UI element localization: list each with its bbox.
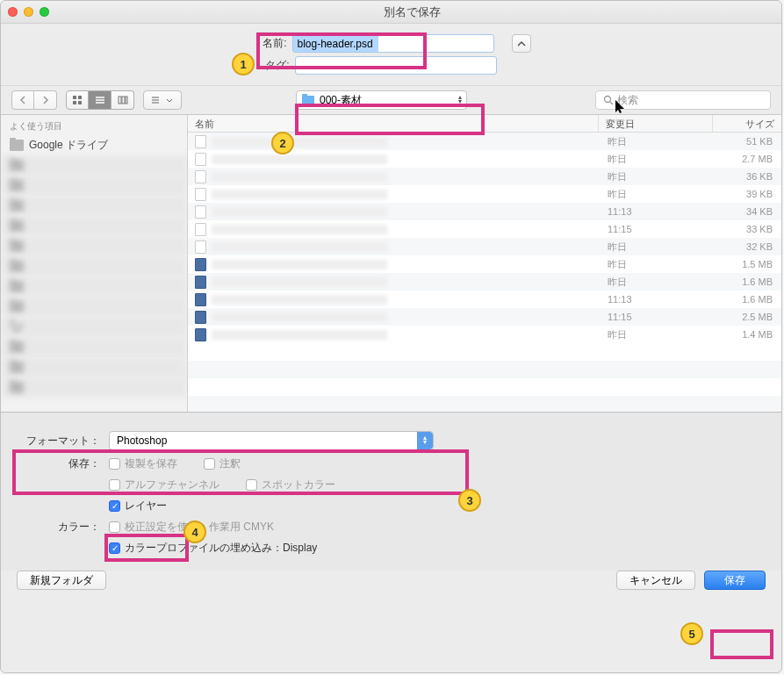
svg-rect-7 [119, 97, 121, 104]
sidebar: よく使う項目 Google ドライブ [1, 115, 188, 412]
svg-rect-9 [126, 97, 127, 104]
window-title: 別名で保存 [49, 4, 774, 20]
sidebar-item[interactable] [1, 236, 187, 256]
folder-icon [10, 180, 24, 191]
file-row[interactable]: 11:1334 KB [188, 203, 781, 220]
folder-icon [10, 301, 24, 312]
maximize-window-button[interactable] [40, 7, 49, 17]
name-input[interactable] [292, 34, 494, 53]
folder-icon [10, 341, 24, 353]
sidebar-item[interactable]: Google ドライブ [1, 135, 187, 155]
folder-icon [10, 160, 24, 171]
save-button[interactable]: 保存 [704, 571, 766, 590]
sidebar-item[interactable] [1, 196, 187, 216]
sidebar-item[interactable] [1, 357, 187, 377]
folder-icon [10, 321, 24, 334]
folder-icon [10, 382, 24, 393]
duplicate-checkbox[interactable]: 複製を保存 [109, 456, 177, 471]
sidebar-item[interactable] [1, 176, 187, 196]
chevron-right-icon [42, 96, 49, 104]
file-icon [195, 188, 206, 201]
folder-icon [302, 96, 314, 105]
file-icon [195, 276, 206, 289]
search-field[interactable]: 検索 [595, 90, 771, 110]
svg-rect-2 [73, 101, 76, 104]
folder-icon [10, 241, 24, 252]
back-button[interactable] [11, 90, 34, 110]
layer-checkbox[interactable]: ✓レイヤー [109, 499, 167, 513]
cancel-button[interactable]: キャンセル [616, 571, 695, 590]
color-label: カラー： [17, 520, 100, 535]
group-by-button[interactable] [143, 90, 182, 110]
group-icon [152, 96, 164, 104]
view-list-button[interactable] [89, 90, 111, 110]
columns-icon [118, 96, 128, 104]
folder-icon [10, 362, 24, 373]
save-options-label: 保存： [17, 456, 100, 471]
sidebar-item[interactable] [1, 377, 187, 398]
tag-input[interactable] [295, 56, 497, 75]
file-row[interactable]: 昨日1.4 MB [188, 326, 781, 343]
view-icon-button[interactable] [66, 90, 89, 110]
folder-name: 000-素材 [320, 93, 362, 108]
annotation-badge-5: 5 [680, 622, 703, 645]
view-column-button[interactable] [111, 90, 134, 110]
file-row[interactable]: 11:1533 KB [188, 220, 781, 238]
current-folder-select[interactable]: 000-素材 ▴▾ [296, 90, 467, 110]
file-row[interactable]: 昨日1.6 MB [188, 273, 781, 291]
name-label: 名前: [252, 36, 287, 51]
titlebar: 別名で保存 [1, 1, 781, 24]
new-folder-button[interactable]: 新規フォルダ [17, 571, 106, 590]
svg-rect-0 [73, 96, 76, 99]
profile-checkbox[interactable]: ✓カラープロファイルの埋め込み：Display [109, 541, 317, 556]
file-row[interactable]: 昨日39 KB [188, 185, 781, 203]
chevron-down-icon [166, 98, 173, 103]
svg-point-13 [605, 97, 611, 103]
folder-icon [10, 200, 24, 212]
chevron-up-icon [517, 41, 526, 47]
close-window-button[interactable] [8, 7, 18, 17]
tag-label: タグ: [255, 58, 290, 73]
file-icon [195, 258, 206, 271]
minimize-window-button[interactable] [24, 7, 33, 17]
column-header-date[interactable]: 変更日 [599, 115, 713, 132]
file-row[interactable]: 11:131.6 MB [188, 291, 781, 308]
file-row[interactable]: 11:152.5 MB [188, 308, 781, 326]
file-row[interactable]: 昨日36 KB [188, 168, 781, 185]
sidebar-item[interactable] [1, 276, 187, 297]
format-select[interactable]: Photoshop ▴▾ [109, 431, 434, 450]
chevron-left-icon [19, 96, 26, 104]
annotation-badge-2: 2 [271, 132, 294, 154]
file-icon [195, 311, 206, 324]
folder-icon [10, 261, 24, 272]
sidebar-item[interactable] [1, 155, 187, 176]
folder-icon [10, 140, 24, 151]
file-icon [195, 223, 206, 236]
folder-icon [10, 281, 24, 292]
search-placeholder: 検索 [617, 93, 638, 108]
alpha-checkbox: アルファチャンネル [109, 478, 219, 492]
file-icon [195, 205, 206, 219]
file-icon [195, 135, 206, 148]
forward-button[interactable] [34, 90, 57, 110]
search-icon [603, 95, 614, 105]
column-header-size[interactable]: サイズ [713, 115, 781, 132]
sidebar-item[interactable] [1, 297, 187, 317]
list-icon [95, 96, 105, 104]
expand-toggle[interactable] [512, 34, 531, 53]
updown-icon: ▴▾ [458, 96, 462, 104]
spot-checkbox: スポットカラー [246, 478, 335, 492]
sidebar-item[interactable] [1, 337, 187, 357]
sidebar-item[interactable] [1, 317, 187, 337]
annotation-badge-4: 4 [183, 521, 206, 543]
annotation-badge-1: 1 [232, 53, 255, 75]
svg-rect-8 [122, 97, 125, 104]
sidebar-item[interactable] [1, 256, 187, 276]
format-label: フォーマット： [17, 434, 100, 449]
column-header-name[interactable]: 名前 [188, 115, 599, 132]
file-row[interactable]: 昨日1.5 MB [188, 255, 781, 273]
svg-rect-3 [78, 101, 82, 104]
sidebar-item[interactable] [1, 216, 187, 236]
annotation-badge-3: 3 [458, 489, 481, 512]
file-row[interactable]: 昨日32 KB [188, 238, 781, 255]
